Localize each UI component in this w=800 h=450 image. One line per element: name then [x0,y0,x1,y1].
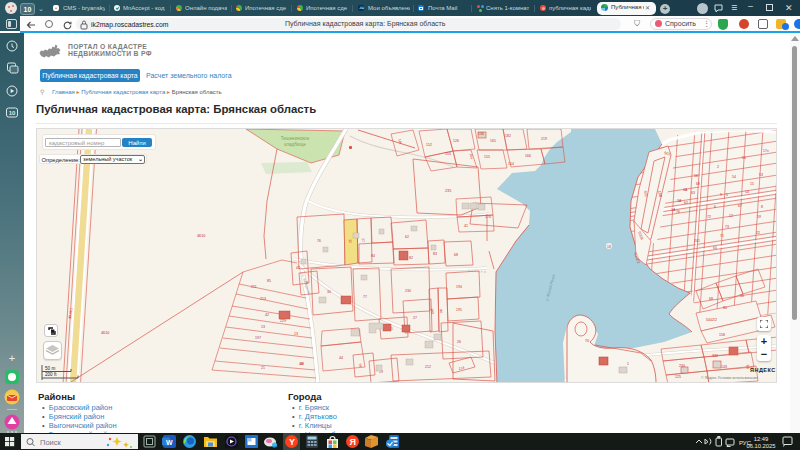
svg-text:42: 42 [265,313,269,317]
svg-text:17з: 17з [763,149,769,153]
svg-text:44: 44 [339,356,343,360]
svg-text:76: 76 [317,239,321,243]
svg-text:80: 80 [723,306,727,310]
svg-text:200 ft: 200 ft [45,372,57,377]
svg-text:10: 10 [9,110,16,116]
svg-text:219: 219 [541,137,547,141]
svg-text:21: 21 [261,366,265,370]
svg-text:30: 30 [327,290,331,294]
svg-text:ЯНДЕКС: ЯНДЕКС [750,367,776,373]
svg-text:50 m: 50 m [45,366,55,371]
svg-text:71: 71 [720,234,724,238]
svg-text:2A: 2A [671,208,676,212]
svg-text:201: 201 [694,239,700,243]
svg-text:77: 77 [363,295,367,299]
svg-text:235: 235 [445,189,451,193]
svg-text:Тешенинское: Тешенинское [281,136,310,141]
svg-text:197: 197 [255,336,261,340]
svg-text:54: 54 [732,175,736,179]
svg-text:3A: 3A [677,199,682,203]
svg-text:126: 126 [453,139,459,143]
svg-text:85: 85 [267,279,271,283]
svg-text:84: 84 [371,254,375,258]
svg-text:8: 8 [761,205,763,209]
svg-text:54: 54 [745,364,750,369]
svg-text:190: 190 [430,308,434,314]
svg-text:94: 94 [439,309,443,313]
svg-text:136: 136 [478,132,484,136]
svg-text:67: 67 [738,204,742,208]
svg-text:06.10.2025: 06.10.2025 [746,443,775,449]
svg-text:41: 41 [296,266,300,270]
svg-text:13: 13 [261,325,265,329]
svg-text:4A: 4A [683,188,688,192]
svg-text:2: 2 [717,165,719,169]
svg-text:68: 68 [696,182,700,186]
svg-text:+: + [9,352,15,364]
svg-text:73: 73 [725,225,729,229]
svg-text:W: W [166,439,173,446]
svg-text:153: 153 [445,152,451,156]
svg-text:229: 229 [280,319,286,323]
svg-text:5002/2: 5002/2 [706,318,717,322]
svg-text:55: 55 [740,294,744,298]
svg-text:59: 59 [757,215,761,219]
svg-text:182: 182 [505,134,511,138]
svg-text:56: 56 [694,174,698,178]
svg-text:230: 230 [405,289,411,293]
svg-text:Y: Y [289,437,295,447]
svg-text:9: 9 [720,193,722,197]
svg-text:83: 83 [433,252,437,256]
svg-text:62: 62 [405,235,409,239]
svg-text:154: 154 [508,162,514,166]
svg-text:50: 50 [742,156,746,160]
svg-text:63: 63 [691,191,695,195]
svg-text:68: 68 [454,253,458,257]
svg-text:26: 26 [457,340,461,344]
svg-text:68: 68 [709,297,713,301]
svg-text:18: 18 [607,245,611,249]
svg-text:32: 32 [348,239,353,244]
svg-text:166: 166 [525,154,531,158]
svg-text:1: 1 [627,362,629,366]
svg-text:72: 72 [707,215,711,219]
svg-text:5: 5 [726,193,728,197]
svg-text:13: 13 [294,332,298,336]
svg-text:12: 12 [729,214,733,218]
svg-text:143: 143 [721,365,727,369]
svg-text:155: 155 [484,155,490,159]
svg-text:195: 195 [456,308,462,312]
svg-text:4610: 4610 [101,331,109,335]
svg-text:кладбище: кладбище [284,142,306,147]
svg-text:41: 41 [464,224,468,228]
svg-text:© Яндекс Условия использовани: © Яндекс Условия использования [701,376,758,380]
svg-text:12:49: 12:49 [754,436,769,442]
svg-text:Поиск: Поиск [40,438,62,447]
svg-text:Я: Я [350,437,356,447]
svg-text:70: 70 [585,339,589,343]
svg-text:125: 125 [675,375,681,379]
svg-text:27: 27 [361,238,366,243]
svg-text:213: 213 [260,297,266,301]
svg-text:53: 53 [759,173,763,177]
svg-text:82: 82 [409,256,413,260]
svg-text:15: 15 [750,182,754,186]
svg-text:212: 212 [425,365,431,369]
svg-text:14: 14 [745,190,749,194]
svg-text:48: 48 [300,362,304,366]
svg-text:76: 76 [676,210,680,214]
svg-text:4610: 4610 [197,234,205,238]
svg-text:165: 165 [490,139,496,143]
svg-text:22: 22 [756,231,760,235]
svg-text:27: 27 [413,316,417,320]
svg-text:152: 152 [426,143,432,147]
svg-text:194: 194 [456,285,462,289]
svg-text:60: 60 [713,246,717,250]
svg-text:6: 6 [714,205,716,209]
svg-text:211: 211 [251,285,257,289]
svg-text:332: 332 [712,354,718,358]
svg-text:230: 230 [679,364,685,368]
svg-text:62: 62 [684,201,688,205]
svg-text:158: 158 [719,333,725,337]
